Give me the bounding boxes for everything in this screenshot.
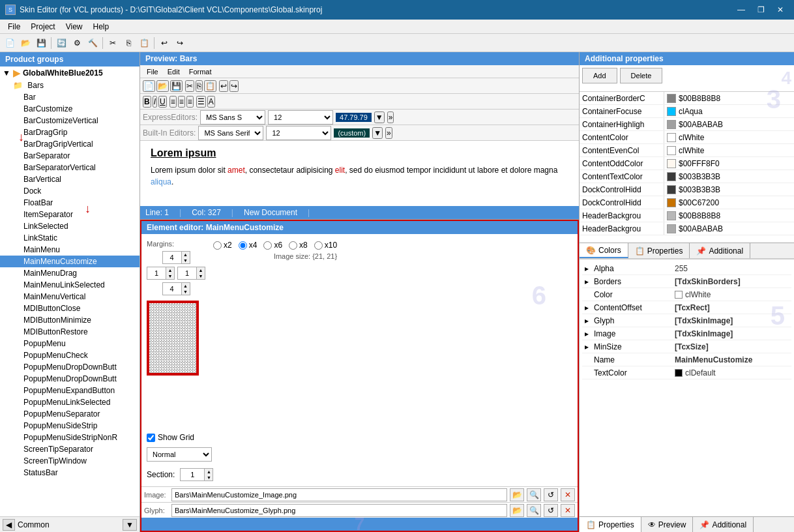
margin-top-up[interactable]: ▲ — [182, 252, 190, 258]
preview-open[interactable]: 📂 — [156, 80, 169, 92]
prop-headerbg2[interactable]: HeaderBackgrou $00ABABAB — [580, 222, 794, 235]
tree-popupdropdown2[interactable]: PopupMenuDropDownButt — [0, 373, 140, 385]
glyph-clear-button[interactable]: ✕ — [561, 504, 575, 517]
tree-barcustomize[interactable]: BarCustomize — [0, 103, 140, 115]
elem-tab-properties[interactable]: 📋 Properties — [580, 517, 641, 532]
section-input[interactable]: 1 — [181, 469, 204, 480]
preview-new[interactable]: 📄 — [143, 80, 155, 92]
tree-floatbar[interactable]: FloatBar — [0, 197, 140, 209]
scale-x4[interactable]: x4 — [239, 241, 257, 250]
element-prop-image[interactable]: ▸ Image [TdxSkinImage] — [582, 327, 791, 340]
element-prop-borders[interactable]: ▸ Borders [TdxSkinBorders] — [582, 275, 791, 288]
tree-barvertical[interactable]: BarVertical — [0, 173, 140, 185]
maximize-button[interactable]: ❐ — [752, 3, 769, 16]
scale-x4-radio[interactable] — [239, 241, 247, 250]
margin-bottom-up[interactable]: ▲ — [182, 283, 190, 289]
tree-bardraggrip-vert[interactable]: BarDragGripVertical — [0, 138, 140, 150]
image-refresh-button[interactable]: ↺ — [544, 488, 558, 501]
save-button[interactable]: 💾 — [34, 36, 48, 50]
list-button[interactable]: ☰ — [196, 96, 206, 108]
copy-button[interactable]: ⎘ — [121, 36, 136, 50]
tree-mainmenuvertical[interactable]: MainMenuVertical — [0, 291, 140, 303]
tree-bar[interactable]: Bar — [0, 91, 140, 103]
margin-right-spinner[interactable]: 1 ▲ ▼ — [177, 267, 205, 280]
editor-more[interactable]: » — [387, 111, 394, 123]
close-button[interactable]: ✕ — [772, 3, 789, 16]
preview-menu-edit[interactable]: Edit — [164, 67, 184, 76]
tab-properties[interactable]: 📋 Properties — [628, 243, 690, 258]
undo-button[interactable]: ↩ — [157, 36, 171, 50]
tree-mainmenudrag[interactable]: MainMenuDrag — [0, 267, 140, 279]
tree-mdibuttonrestore[interactable]: MDIButtonRestore — [0, 326, 140, 338]
menu-file[interactable]: File — [3, 21, 25, 33]
tree-statusbar[interactable]: StatusBar — [0, 467, 140, 479]
prop-container-border[interactable]: ContainerBorderC $00B8B8B8 — [580, 92, 794, 105]
image-path-input[interactable] — [171, 488, 507, 501]
preview-cut[interactable]: ✂ — [185, 80, 194, 92]
redo-button[interactable]: ↪ — [173, 36, 187, 50]
builtin-size-select[interactable]: 12 — [266, 126, 331, 140]
preview-paste[interactable]: 📋 — [204, 80, 216, 92]
image-expand[interactable]: ▸ — [585, 329, 594, 338]
builtin-more[interactable]: » — [385, 127, 392, 139]
preview-menu-format[interactable]: Format — [185, 67, 216, 76]
glyph-expand[interactable]: ▸ — [585, 316, 594, 325]
margin-bottom-down[interactable]: ▼ — [182, 289, 190, 295]
tree-screentipsep[interactable]: ScreenTipSeparator — [0, 443, 140, 455]
left-btn-2[interactable]: ▼ — [123, 519, 137, 531]
margin-top-down[interactable]: ▼ — [182, 258, 190, 263]
scale-x6-radio[interactable] — [263, 241, 272, 250]
image-view-button[interactable]: 🔍 — [527, 488, 541, 501]
margin-right-up[interactable]: ▲ — [197, 267, 205, 273]
alpha-expand[interactable]: ▸ — [585, 264, 594, 273]
tree-linkstatic[interactable]: LinkStatic — [0, 232, 140, 244]
font-color-button[interactable]: A — [207, 96, 215, 108]
margin-left-down[interactable]: ▼ — [166, 273, 174, 279]
tree-root[interactable]: ▼ ▶ GlobalWhiteBlue2015 — [0, 66, 140, 80]
element-prop-name[interactable]: Name MainMenuCustomize — [582, 353, 791, 366]
section-spinner[interactable]: 1 ▲ ▼ — [180, 468, 213, 481]
tree-mdibuttonclose[interactable]: MDIButtonClose — [0, 303, 140, 314]
paste-button[interactable]: 📋 — [137, 36, 151, 50]
express-size-select[interactable]: 12 — [268, 110, 333, 125]
menu-view[interactable]: View — [61, 21, 88, 33]
underline-button[interactable]: U — [158, 96, 167, 108]
prop-content-color[interactable]: ContentColor clWhite — [580, 131, 794, 144]
align-right[interactable]: ≡ — [186, 96, 194, 108]
left-btn-1[interactable]: ◀ — [3, 519, 15, 531]
margin-left-spinner[interactable]: 1 ▲ ▼ — [147, 267, 175, 280]
preview-menu-file[interactable]: File — [143, 67, 162, 76]
align-center[interactable]: ≡ — [178, 96, 185, 108]
tree-screentipwin[interactable]: ScreenTipWindow — [0, 455, 140, 467]
tree-dock[interactable]: Dock — [0, 185, 140, 197]
tree-barcustomizevert[interactable]: BarCustomizeVertical — [0, 115, 140, 126]
margin-bottom-spinner[interactable]: 4 ▲ ▼ — [162, 282, 190, 295]
prop-content-oddcol[interactable]: ContentOddColor $00FFF8F0 — [580, 157, 794, 170]
minimize-button[interactable]: — — [733, 3, 750, 16]
align-left[interactable]: ≡ — [169, 96, 177, 108]
element-prop-alpha[interactable]: ▸ Alpha 255 — [582, 262, 791, 275]
settings-button[interactable]: ⚙ — [70, 36, 84, 50]
element-prop-contentoffset[interactable]: ▸ ContentOffset [TcxRect] — [582, 301, 791, 314]
image-clear-button[interactable]: ✕ — [561, 488, 575, 501]
bold-button[interactable]: B — [143, 96, 151, 108]
scale-x8-radio[interactable] — [289, 241, 297, 250]
cut-button[interactable]: ✂ — [106, 36, 120, 50]
prop-container-focus[interactable]: ContainerFocuse clAqua — [580, 105, 794, 118]
sprite-canvas[interactable] — [147, 301, 199, 376]
preview-save[interactable]: 💾 — [170, 80, 183, 92]
show-grid-checkbox[interactable] — [147, 434, 155, 442]
scale-x10-radio[interactable] — [314, 241, 323, 250]
scale-x6[interactable]: x6 — [263, 241, 282, 250]
tree-popupexpand[interactable]: PopupMenuExpandButton — [0, 385, 140, 396]
open-button[interactable]: 📂 — [18, 36, 33, 50]
tree-mainmenu[interactable]: MainMenu — [0, 244, 140, 256]
prop-dock-hidden1[interactable]: DockControlHidd $003B3B3B — [580, 183, 794, 196]
scale-x2[interactable]: x2 — [213, 241, 232, 250]
element-prop-color[interactable]: Color clWhite — [582, 288, 791, 301]
builtin-font-select[interactable]: MS Sans Serif — [198, 126, 263, 140]
margin-left-input[interactable]: 1 — [147, 267, 166, 279]
borders-expand[interactable]: ▸ — [585, 277, 594, 286]
product-tree[interactable]: ▼ ▶ GlobalWhiteBlue2015 📁 Bars Bar BarCu… — [0, 66, 140, 516]
element-prop-glyph[interactable]: ▸ Glyph [TdxSkinImage] — [582, 314, 791, 327]
